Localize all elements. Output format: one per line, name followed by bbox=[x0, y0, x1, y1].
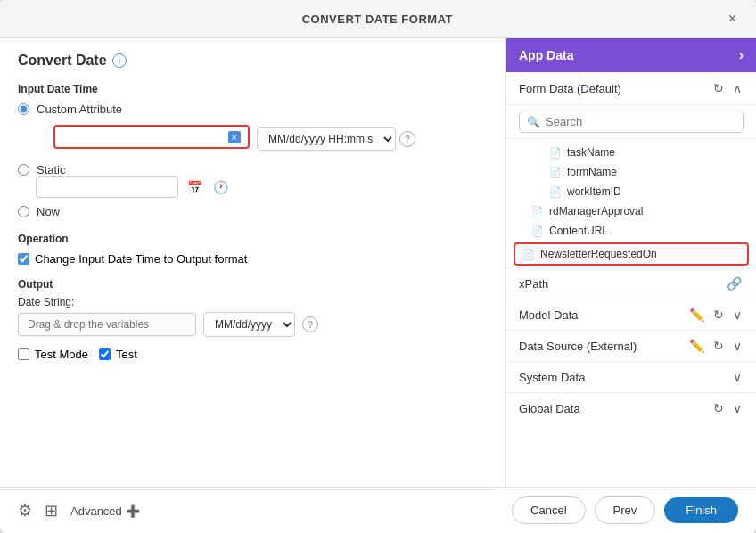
output-help-icon[interactable]: ? bbox=[302, 316, 318, 332]
custom-attribute-input[interactable]: NewsletterRequestedOn bbox=[62, 130, 225, 144]
systemdata-section-row[interactable]: System Data ∨ bbox=[506, 361, 756, 392]
advanced-button[interactable]: Advanced ➕ bbox=[70, 504, 140, 518]
embed-icon-button[interactable]: ⊞ bbox=[43, 499, 60, 522]
panel-title: Convert Date i bbox=[18, 53, 488, 69]
datasource-chevron-button[interactable]: ∨ bbox=[731, 337, 744, 355]
datasource-section-row[interactable]: Data Source (External) ✏️ ↻ ∨ bbox=[506, 330, 756, 361]
model-data-actions: ✏️ ↻ ∨ bbox=[687, 306, 744, 324]
cancel-button[interactable]: Cancel bbox=[512, 496, 585, 524]
date-format-select[interactable]: MM/dd/yyyy HH:mm:s bbox=[257, 127, 396, 151]
search-icon: 🔍 bbox=[527, 116, 540, 128]
static-date-row: 03/03/2021 16:20:32 📅 🕐 bbox=[36, 176, 488, 198]
static-label: Static bbox=[37, 163, 66, 176]
xpath-link-button[interactable]: 🔗 bbox=[725, 275, 744, 292]
tree-item-label: NewsletterRequestedOn bbox=[540, 248, 657, 260]
output-label: Output bbox=[18, 278, 488, 291]
globaldata-label: Global Data bbox=[519, 402, 580, 415]
tree-item-contenturl[interactable]: 📄 ContentURL bbox=[506, 221, 756, 241]
systemdata-label: System Data bbox=[519, 371, 585, 384]
operation-checkbox-label: Change Input Date Time to Output format bbox=[35, 252, 247, 266]
test-row: Test Mode Test bbox=[18, 348, 488, 361]
xpath-actions: 🔗 bbox=[725, 275, 744, 292]
app-data-title: App Data bbox=[519, 48, 573, 62]
search-input[interactable] bbox=[546, 115, 735, 128]
left-panel: Convert Date i Input Date Time Custom At… bbox=[0, 38, 506, 487]
close-button[interactable]: × bbox=[723, 9, 742, 29]
model-data-section-row[interactable]: Model Data ✏️ ↻ ∨ bbox=[506, 299, 756, 330]
tree-section: 📄 taskName 📄 formName 📄 workItemID 📄 rdM… bbox=[506, 139, 756, 487]
operation-label: Operation bbox=[18, 233, 488, 245]
tree-item-taskname[interactable]: 📄 taskName bbox=[506, 143, 756, 162]
gear-icon-button[interactable]: ⚙ bbox=[18, 501, 32, 521]
doc-icon: 📄 bbox=[531, 226, 544, 237]
model-data-refresh-button[interactable]: ↻ bbox=[711, 306, 726, 324]
clock-icon-button[interactable]: 🕐 bbox=[211, 178, 230, 196]
test-label: Test bbox=[116, 348, 137, 361]
custom-attribute-input-wrap: NewsletterRequestedOn × bbox=[53, 125, 250, 149]
systemdata-chevron-button[interactable]: ∨ bbox=[731, 368, 744, 386]
output-section: Output Date String: MM/dd/yyyy ? bbox=[18, 278, 488, 337]
operation-checkbox[interactable] bbox=[18, 253, 29, 265]
globaldata-refresh-button[interactable]: ↻ bbox=[711, 399, 726, 417]
search-input-wrap: 🔍 bbox=[519, 111, 744, 133]
form-data-refresh-button[interactable]: ↻ bbox=[711, 79, 726, 97]
input-section-label: Input Date Time bbox=[18, 83, 488, 95]
doc-icon: 📄 bbox=[531, 206, 544, 217]
test-label-row: Test bbox=[99, 348, 137, 361]
datasource-edit-button[interactable]: ✏️ bbox=[687, 337, 706, 355]
globaldata-actions: ↻ ∨ bbox=[711, 399, 744, 417]
right-panel: App Data › Form Data (Default) ↻ ∧ 🔍 bbox=[506, 38, 756, 487]
tree-item-newsletterrequestedon[interactable]: 📄 NewsletterRequestedOn bbox=[514, 242, 749, 266]
date-string-label: Date String: bbox=[18, 296, 488, 308]
xpath-section-row[interactable]: xPath 🔗 bbox=[506, 267, 756, 299]
custom-attribute-radio-row: Custom Attribute bbox=[18, 102, 488, 116]
bottom-area: ⚙ ⊞ Advanced ➕ Cancel Prev Finish bbox=[0, 487, 756, 533]
custom-attribute-radio[interactable] bbox=[18, 103, 29, 115]
model-data-chevron-button[interactable]: ∨ bbox=[731, 306, 744, 324]
drag-drop-input[interactable] bbox=[18, 313, 196, 336]
finish-button[interactable]: Finish bbox=[664, 497, 738, 523]
test-mode-label: Test Mode bbox=[35, 348, 88, 361]
tree-item-label: workItemID bbox=[567, 185, 621, 198]
tree-item-label: formName bbox=[567, 166, 617, 178]
globaldata-chevron-button[interactable]: ∨ bbox=[731, 399, 744, 417]
tree-item-formname[interactable]: 📄 formName bbox=[506, 162, 756, 182]
tree-item-workitemid[interactable]: 📄 workItemID bbox=[506, 182, 756, 201]
prev-button[interactable]: Prev bbox=[595, 496, 656, 524]
info-icon[interactable]: i bbox=[112, 53, 127, 68]
form-data-collapse-button[interactable]: ∧ bbox=[731, 79, 744, 97]
form-data-label: Form Data (Default) bbox=[519, 82, 621, 95]
dialog-footer: Cancel Prev Finish bbox=[494, 488, 756, 533]
static-date-input[interactable]: 03/03/2021 16:20:32 bbox=[36, 176, 178, 198]
systemdata-actions: ∨ bbox=[731, 368, 744, 386]
test-mode-checkbox[interactable] bbox=[18, 348, 29, 360]
static-radio[interactable] bbox=[18, 164, 29, 176]
doc-icon: 📄 bbox=[549, 167, 562, 178]
output-row: MM/dd/yyyy ? bbox=[18, 312, 488, 337]
calendar-icon-button[interactable]: 📅 bbox=[185, 178, 204, 196]
clear-attribute-button[interactable]: × bbox=[228, 131, 241, 144]
app-data-header: App Data › bbox=[506, 38, 756, 72]
operation-section: Operation Change Input Date Time to Outp… bbox=[18, 233, 488, 266]
tree-item-label: ContentURL bbox=[549, 225, 608, 237]
tree-item-rdmanagerapproval[interactable]: 📄 rdManagerApproval bbox=[506, 201, 756, 221]
test-mode-row: Test Mode bbox=[18, 348, 88, 361]
output-format-select[interactable]: MM/dd/yyyy bbox=[203, 312, 295, 337]
search-row: 🔍 bbox=[506, 105, 756, 139]
chevron-right-icon[interactable]: › bbox=[739, 47, 744, 63]
globaldata-section-row[interactable]: Global Data ↻ ∨ bbox=[506, 392, 756, 423]
left-footer: ⚙ ⊞ Advanced ➕ bbox=[0, 489, 494, 531]
dialog-header: CONVERT DATE FORMAT × bbox=[0, 0, 756, 38]
help-icon[interactable]: ? bbox=[399, 131, 415, 147]
form-data-row: Form Data (Default) ↻ ∧ bbox=[506, 72, 756, 105]
test-checkbox[interactable] bbox=[99, 348, 111, 360]
doc-icon: 📄 bbox=[549, 186, 562, 198]
dialog-body: Convert Date i Input Date Time Custom At… bbox=[0, 38, 756, 487]
form-data-actions: ↻ ∧ bbox=[711, 79, 744, 97]
now-radio[interactable] bbox=[18, 206, 29, 217]
model-data-edit-button[interactable]: ✏️ bbox=[687, 306, 706, 324]
datasource-refresh-button[interactable]: ↻ bbox=[711, 337, 726, 355]
plus-icon: ➕ bbox=[126, 504, 140, 518]
convert-date-format-dialog: CONVERT DATE FORMAT × Convert Date i Inp… bbox=[0, 0, 756, 533]
doc-icon: 📄 bbox=[522, 249, 535, 260]
